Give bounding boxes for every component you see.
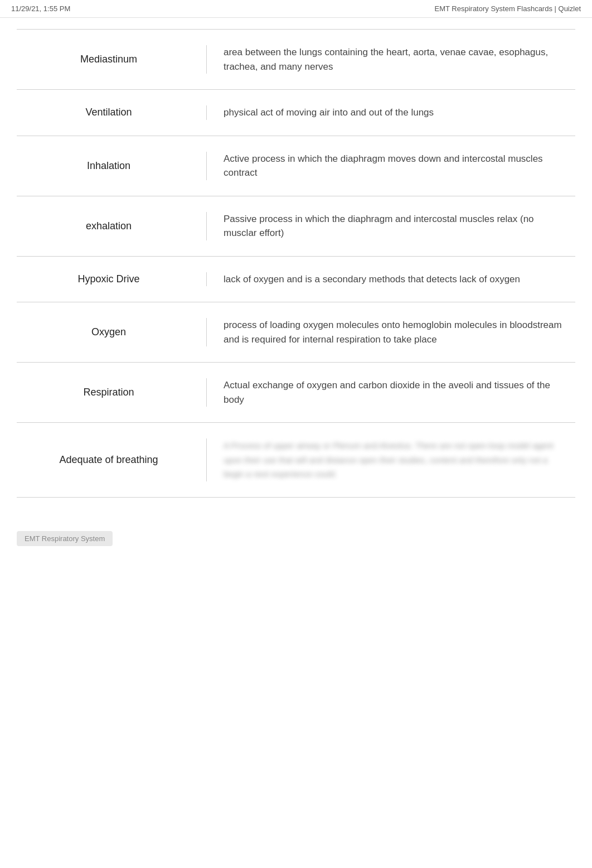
flashcard-definition: Passive process in which the diaphragm a… — [224, 212, 564, 240]
footer-tag: EMT Respiratory System — [17, 531, 113, 546]
divider — [206, 272, 207, 287]
flashcard-definition: area between the lungs containing the he… — [224, 45, 564, 74]
flashcard-term: exhalation — [28, 220, 206, 232]
table-row: InhalationActive process in which the di… — [17, 136, 575, 196]
table-row: Hypoxic Drivelack of oxygen and is a sec… — [17, 256, 575, 302]
divider — [206, 318, 207, 346]
timestamp: 11/29/21, 1:55 PM — [11, 4, 70, 13]
flashcard-definition: A Process of upper airway or Plenum and … — [224, 438, 564, 481]
flashcard-definition: lack of oxygen and is a secondary method… — [224, 272, 564, 287]
divider — [206, 152, 207, 180]
flashcard-term: Inhalation — [28, 160, 206, 172]
flashcard-term: Mediastinum — [28, 54, 206, 65]
table-row: RespirationActual exchange of oxygen and… — [17, 362, 575, 422]
footer-area: EMT Respiratory System — [0, 509, 592, 557]
flashcard-term: Oxygen — [28, 326, 206, 338]
table-row: Oxygenprocess of loading oxygen molecule… — [17, 302, 575, 362]
flashcard-term: Hypoxic Drive — [28, 273, 206, 285]
divider — [206, 105, 207, 120]
table-row: Mediastinumarea between the lungs contai… — [17, 29, 575, 89]
divider — [206, 378, 207, 407]
flashcard-definition: Active process in which the diaphragm mo… — [224, 152, 564, 180]
flashcard-definition: physical act of moving air into and out … — [224, 105, 564, 120]
flashcard-definition: process of loading oxygen molecules onto… — [224, 318, 564, 346]
table-row: exhalationPassive process in which the d… — [17, 196, 575, 256]
flashcard-term: Respiration — [28, 387, 206, 398]
flashcard-term: Ventilation — [28, 107, 206, 118]
flashcard-term: Adequate of breathing — [28, 454, 206, 466]
table-row: Ventilationphysical act of moving air in… — [17, 89, 575, 136]
flashcard-list: Mediastinumarea between the lungs contai… — [0, 18, 592, 509]
table-row: Adequate of breathingA Process of upper … — [17, 422, 575, 498]
flashcard-definition: Actual exchange of oxygen and carbon dio… — [224, 378, 564, 407]
page-title: EMT Respiratory System Flashcards | Quiz… — [435, 4, 581, 13]
divider — [206, 45, 207, 74]
divider — [206, 212, 207, 240]
divider — [206, 438, 207, 481]
